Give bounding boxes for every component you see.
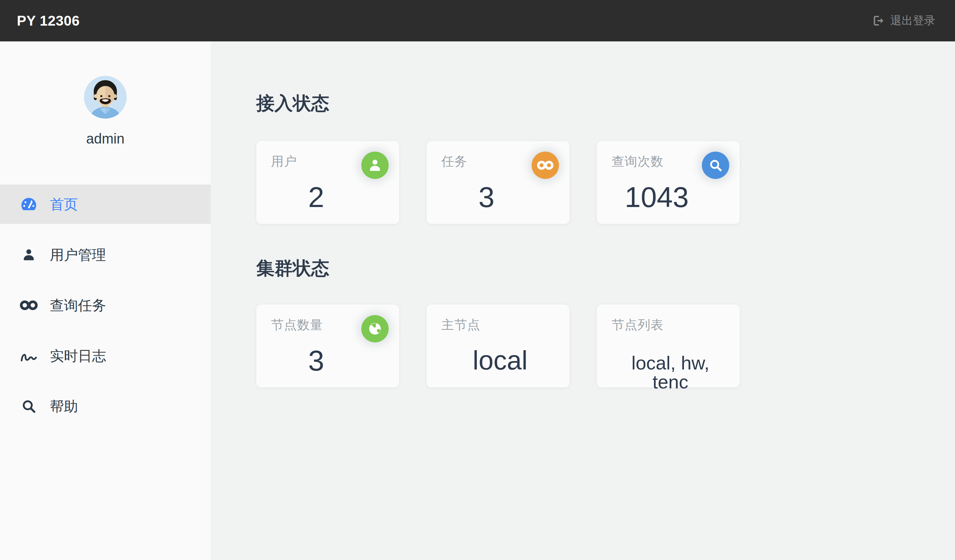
- stat-cards-row-access: 用户 2 任务 3: [256, 141, 955, 224]
- search-icon: [702, 151, 729, 179]
- username: admin: [0, 131, 211, 147]
- card-label: 节点列表: [612, 317, 729, 334]
- card-label: 查询次数: [612, 153, 702, 170]
- sidebar-item-label: 首页: [50, 195, 78, 214]
- sidebar-item-user-management[interactable]: 用户管理: [0, 235, 211, 275]
- globe-icon: [361, 315, 389, 342]
- user-icon: [20, 248, 38, 262]
- stat-card-master-node: 主节点 local: [427, 304, 570, 387]
- card-value: local: [441, 347, 559, 374]
- sidebar: admin 首页: [0, 41, 211, 560]
- stat-card-tasks: 任务 3: [427, 141, 570, 224]
- card-value: 3: [271, 346, 361, 375]
- logout-button[interactable]: 退出登录: [872, 13, 935, 28]
- sidebar-item-realtime-logs[interactable]: 实时日志: [0, 336, 211, 376]
- card-label: 用户: [271, 153, 361, 170]
- sidebar-item-label: 查询任务: [50, 296, 106, 315]
- search-icon: [20, 399, 38, 414]
- card-label: 主节点: [441, 317, 559, 334]
- stat-card-node-count: 节点数量 3: [256, 304, 399, 387]
- section-heading-cluster: 集群状态: [256, 257, 955, 279]
- logout-label: 退出登录: [891, 13, 935, 28]
- dashboard-icon: [20, 197, 38, 212]
- sidebar-item-help[interactable]: 帮助: [0, 387, 211, 426]
- sidebar-item-query-tasks[interactable]: 查询任务: [0, 285, 211, 325]
- avatar: [83, 75, 127, 119]
- stat-cards-row-cluster: 节点数量 3 主节点 local: [256, 304, 955, 387]
- sidebar-menu: 首页 用户管理 查询任务: [0, 184, 211, 426]
- user-icon: [361, 151, 389, 179]
- topbar: PY 12306 退出登录: [0, 0, 955, 41]
- stat-card-query-count: 查询次数 1043: [597, 141, 740, 224]
- app-title: PY 12306: [17, 13, 80, 29]
- sidebar-item-label: 用户管理: [50, 245, 106, 265]
- card-value: local, hw, tenc: [612, 353, 729, 391]
- sign-out-icon: [872, 15, 884, 27]
- card-label: 节点数量: [271, 317, 361, 334]
- card-label: 任务: [441, 153, 532, 170]
- infinity-icon: [20, 299, 38, 312]
- main-content: 接入状态 用户 2 任务 3: [211, 41, 955, 560]
- sidebar-item-label: 实时日志: [50, 346, 106, 366]
- card-value: 3: [441, 183, 532, 212]
- sidebar-item-label: 帮助: [50, 397, 78, 416]
- stat-card-node-list: 节点列表 local, hw, tenc: [597, 304, 740, 387]
- section-heading-access: 接入状态: [256, 93, 955, 114]
- signature-icon: [20, 348, 38, 363]
- stat-card-users: 用户 2: [256, 141, 399, 224]
- card-value: 1043: [612, 183, 702, 212]
- card-value: 2: [271, 183, 361, 212]
- sidebar-item-home[interactable]: 首页: [0, 184, 211, 224]
- infinity-icon: [532, 151, 559, 179]
